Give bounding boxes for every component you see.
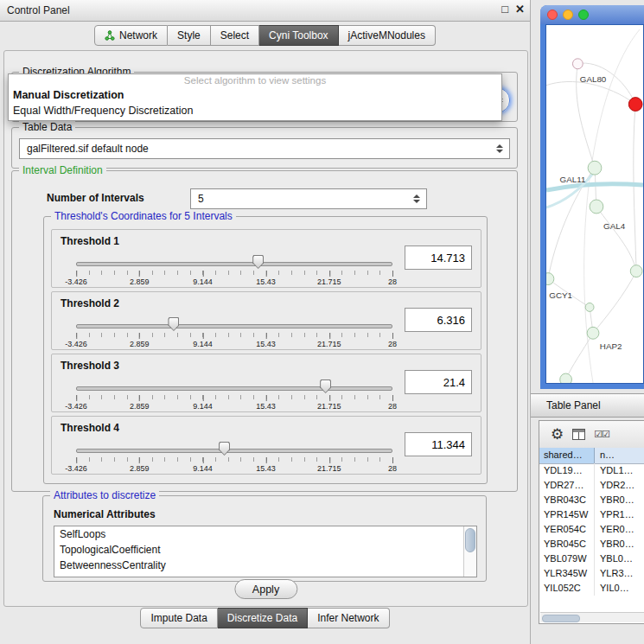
network-node[interactable] [588,161,602,175]
dropdown-item-equal-width-frequency[interactable]: Equal Width/Frequency Discretization [9,103,501,118]
table-row[interactable]: YBR043CYBR0… [539,493,644,507]
list-item-betweennesscentrality[interactable]: BetweennessCentrality [54,558,476,573]
threshold-3-slider[interactable]: -3.426 2.859 9.144 15.43 21.715 28 [76,379,392,410]
threshold-1-tick-labels: -3.426 2.859 9.144 15.43 21.715 28 [76,276,392,285]
control-panel-window: Control Panel □ ✕ Network Style Select [0,0,531,644]
network-node[interactable] [630,265,642,277]
column-header-shared-name[interactable]: shared… [539,448,595,463]
list-item-topologicalcoefficient[interactable]: TopologicalCoefficient [54,542,476,558]
column-header-name[interactable]: n… [595,448,644,463]
table-row[interactable]: YIL052CYIL0… [539,581,644,596]
threshold-1-value-field[interactable] [405,245,472,270]
threshold-3-slider-ticks [76,395,392,399]
apply-button[interactable]: Apply [234,579,297,599]
network-canvas[interactable]: GAL80 GAL11 GAL4 GCY1 HAP2 [545,24,644,384]
network-node[interactable] [585,303,594,311]
select-columns-checkbox-icons[interactable]: ☑☑ [594,429,609,440]
num-intervals-combobox[interactable]: 5 [190,188,427,209]
tab-network-label: Network [119,29,157,41]
float-window-icon[interactable]: □ [501,3,508,16]
num-intervals-arrows-icon [413,194,420,203]
table-panel-header: Table Panel [531,393,644,418]
table-row[interactable]: YER054CYER0… [539,522,644,537]
threshold-2-slider[interactable]: -3.426 2.859 9.144 15.43 21.715 28 [76,316,392,348]
screen: Control Panel □ ✕ Network Style Select [0,0,644,644]
threshold-2-label: Threshold 2 [61,297,119,309]
network-node[interactable] [587,327,599,339]
dropdown-item-placeholder[interactable]: Select algorithm to view settings [9,74,501,87]
num-intervals-label: Number of Intervals [47,192,144,204]
network-icon [105,30,115,41]
table-panel-title: Table Panel [546,399,601,411]
tab-infer-network[interactable]: Infer Network [308,608,389,628]
tab-impute-data[interactable]: Impute Data [140,608,217,628]
network-node[interactable] [546,273,554,285]
table-data-combobox[interactable]: galFiltered.sif default node [19,138,510,159]
close-traffic-light-icon[interactable] [547,10,558,20]
threshold-4-slider[interactable]: -3.426 2.859 9.144 15.43 21.715 28 [76,441,392,472]
tab-jactivemnodules[interactable]: jActiveMNodules [339,25,436,46]
columns-icon[interactable] [572,429,585,440]
network-node-label: GAL11 [560,175,586,184]
algorithm-dropdown-popup: Select algorithm to view settings Manual… [8,73,502,121]
interval-definition-group-title: Interval Definition [19,164,106,176]
tab-select-label: Select [220,29,249,41]
threshold-4-slider-track[interactable] [76,449,392,453]
threshold-3-slider-thumb[interactable] [320,379,331,393]
threshold-2-value-field[interactable] [405,308,472,332]
window-title: Control Panel [7,4,70,16]
threshold-3-slider-track[interactable] [76,386,392,391]
table-row[interactable]: YPR145WYPR1… [539,507,644,522]
network-node-label: GAL80 [580,74,607,84]
threshold-1-slider-track[interactable] [76,262,392,266]
minimize-traffic-light-icon[interactable] [563,10,573,20]
tab-network[interactable]: Network [94,25,168,46]
network-node[interactable] [590,200,603,214]
tab-style[interactable]: Style [168,25,211,46]
threshold-4-slider-thumb[interactable] [219,442,230,456]
dropdown-item-manual-discretization[interactable]: Manual Discretization [9,87,501,103]
table-data-group: Table Data galFiltered.sif default node [11,127,518,169]
table-horizontal-scrollbar-thumb[interactable] [542,615,580,622]
gear-icon[interactable]: ⚙ [551,427,564,442]
zoom-traffic-light-icon[interactable] [578,10,589,20]
table-row[interactable]: YLR345WYLR3… [539,566,644,581]
list-scrollbar-thumb[interactable] [465,528,475,552]
table-header-row: shared… n… [539,448,644,464]
tab-discretize-data-label: Discretize Data [227,612,297,624]
numerical-attributes-list[interactable]: SelfLoops TopologicalCoefficient Between… [54,526,477,577]
tab-cyni-toolbox[interactable]: Cyni Toolbox [259,25,338,46]
numerical-attributes-label: Numerical Attributes [54,508,156,520]
threshold-4-slider-ticks [76,457,392,462]
tab-discretize-data[interactable]: Discretize Data [218,608,308,628]
threshold-3-value-field[interactable] [405,370,472,394]
list-scrollbar[interactable] [463,526,476,577]
top-tab-bar: Network Style Select Cyni Toolbox jActiv… [0,25,530,46]
list-item-selfloops[interactable]: SelfLoops [54,526,476,542]
tab-cyni-toolbox-label: Cyni Toolbox [269,29,328,41]
network-window: GAL80 GAL11 GAL4 GCY1 HAP2 [540,5,644,389]
threshold-4-panel: Threshold 4 -3.426 2.859 9.144 15.43 21.… [51,416,481,475]
table-row[interactable]: YBL079WYBL0… [539,552,644,566]
threshold-2-slider-thumb[interactable] [168,317,179,331]
threshold-1-slider[interactable]: -3.426 2.859 9.144 15.43 21.715 28 [76,254,392,285]
table-row[interactable]: YBR045CYBR0… [539,537,644,552]
network-nodes [546,59,642,383]
table-horizontal-scrollbar[interactable] [540,612,644,622]
tab-select[interactable]: Select [211,25,259,46]
network-node[interactable] [560,373,572,383]
threshold-4-value-field[interactable] [405,432,472,456]
threshold-1-slider-thumb[interactable] [252,255,264,269]
network-node-selected[interactable] [628,98,642,112]
table-data-combobox-arrows-icon [496,144,503,153]
threshold-1-label: Threshold 1 [61,235,119,247]
threshold-2-slider-track[interactable] [76,324,392,328]
table-row[interactable]: YDL19…YDL1… [539,463,644,478]
close-window-icon[interactable]: ✕ [515,3,525,16]
threshold-1-panel: Threshold 1 -3.426 2.859 9.144 15.43 21.… [51,229,481,288]
table-row[interactable]: YDR27…YDR2… [539,478,644,493]
num-intervals-combobox-value: 5 [191,193,204,205]
network-node[interactable] [572,59,583,69]
traffic-lights [547,10,589,20]
attributes-group-title: Attributes to discretize [50,489,159,501]
